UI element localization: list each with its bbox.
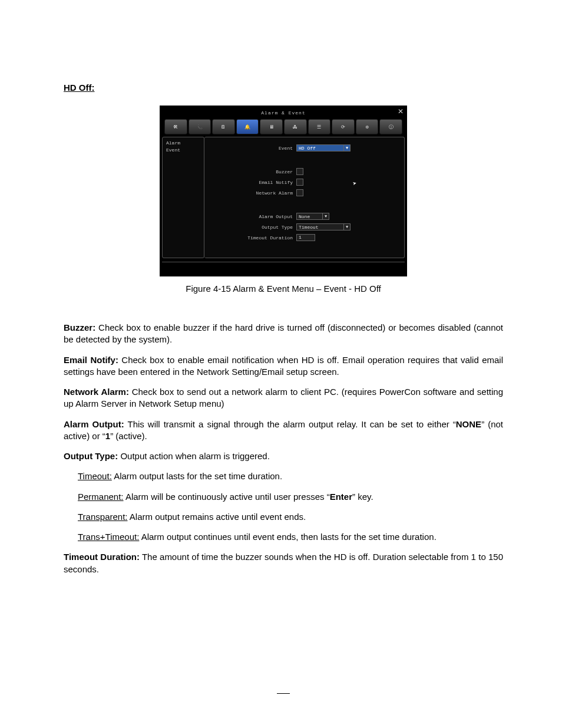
- label-network-alarm: Network Alarm:: [64, 387, 129, 397]
- toolbar-button-9[interactable]: ⚙: [356, 119, 379, 134]
- label-timeout: Timeout:: [78, 471, 112, 481]
- buzzer-checkbox[interactable]: [296, 168, 303, 175]
- monitor-icon: 🖥: [269, 124, 274, 130]
- para-alarm-output: Alarm Output: This will transmit a signa…: [64, 419, 503, 443]
- label-transparent: Transparent:: [78, 512, 128, 522]
- phone-icon: 📞: [197, 124, 203, 130]
- event-value: HD Off: [299, 146, 316, 151]
- email-notify-checkbox[interactable]: [296, 179, 303, 186]
- buzzer-label: Buzzer: [208, 169, 296, 174]
- text: Check box to send out a network alarm to…: [64, 387, 503, 409]
- refresh-icon: ⟳: [341, 124, 345, 130]
- text: Output action when alarm is triggered.: [118, 451, 270, 461]
- toolbar-button-3[interactable]: 🗓: [212, 119, 235, 134]
- chevron-down-icon: ▼: [322, 213, 329, 219]
- toolbar-button-6[interactable]: 🖧: [284, 119, 307, 134]
- label-timeout-duration: Timeout Duration:: [64, 552, 140, 562]
- network-icon: 🖧: [293, 124, 297, 130]
- sidebar-item-event[interactable]: Event: [166, 147, 200, 154]
- info-icon: ⓘ: [389, 124, 394, 130]
- bottom-bar: [162, 262, 405, 266]
- section-title: HD Off:: [64, 83, 503, 93]
- list-icon: ☰: [317, 124, 321, 130]
- output-type-label: Output Type: [208, 225, 296, 230]
- toolbar-button-8[interactable]: ⟳: [332, 119, 355, 134]
- toolbar-button-4[interactable]: 🔔: [236, 119, 259, 134]
- network-alarm-label: Network Alarm: [208, 190, 296, 196]
- toolbar-button-7[interactable]: ☰: [308, 119, 331, 134]
- chevron-down-icon: ▼: [343, 145, 350, 151]
- sidebar-item-alarm[interactable]: Alarm: [166, 140, 200, 147]
- label-output-type: Output Type:: [64, 451, 118, 461]
- text: Check box to enable buzzer if the hard d…: [64, 322, 503, 344]
- gear-icon: ⚙: [366, 124, 369, 130]
- para-timeout-duration: Timeout Duration: The amount of time the…: [64, 551, 503, 575]
- value-one: 1: [105, 431, 110, 441]
- label-permanent: Permanent:: [78, 492, 124, 502]
- main-panel: Event HD Off ▼ Buzzer Email Notify: [204, 137, 405, 258]
- text: ” (active).: [110, 431, 147, 441]
- toolbar-button-2[interactable]: 📞: [189, 119, 211, 134]
- calendar-icon: 🗓: [221, 124, 226, 130]
- toolbar-button-10[interactable]: ⓘ: [379, 119, 402, 134]
- text: ” key.: [352, 492, 373, 502]
- text: Alarm will be continuously active until …: [124, 492, 330, 502]
- para-trans-timeout: Trans+Timeout: Alarm output continues un…: [78, 531, 503, 543]
- label-trans-timeout: Trans+Timeout:: [78, 532, 139, 542]
- page-number-rule: [277, 693, 290, 694]
- alarm-output-select[interactable]: None ▼: [296, 213, 329, 220]
- label-buzzer: Buzzer:: [64, 322, 95, 332]
- timeout-duration-input[interactable]: 1: [296, 234, 315, 241]
- text: This will transmit a signal through the …: [124, 419, 456, 429]
- para-output-type: Output Type: Output action when alarm is…: [64, 450, 503, 462]
- text: Alarm output continues until event ends,…: [139, 532, 436, 542]
- toolbar: 🛠 📞 🗓 🔔 🖥 🖧 ☰ ⟳ ⚙ ⓘ: [162, 119, 405, 137]
- wrench-icon: 🛠: [173, 124, 178, 130]
- event-label: Event: [208, 146, 296, 151]
- text: Check box to enable email notification w…: [64, 355, 503, 377]
- toolbar-button-1[interactable]: 🛠: [164, 119, 187, 134]
- figure-caption: Figure 4-15 Alarm & Event Menu – Event -…: [64, 284, 503, 294]
- label-email-notify: Email Notify:: [64, 355, 118, 365]
- sidebar: Alarm Event: [162, 137, 204, 258]
- timeout-duration-label: Timeout Duration: [208, 235, 296, 241]
- alarm-output-label: Alarm Output: [208, 214, 296, 219]
- output-type-select[interactable]: Timeout ▼: [296, 223, 351, 230]
- label-alarm-output: Alarm Output:: [64, 419, 124, 429]
- para-transparent: Transparent: Alarm output remains active…: [78, 511, 503, 523]
- para-network: Network Alarm: Check box to send out a n…: [64, 386, 503, 410]
- bell-icon: 🔔: [244, 124, 250, 130]
- key-enter: Enter: [330, 492, 352, 502]
- window-title: Alarm & Event: [162, 108, 405, 119]
- value-none: NONE: [456, 419, 481, 429]
- para-email: Email Notify: Check box to enable email …: [64, 354, 503, 378]
- output-type-value: Timeout: [299, 225, 319, 230]
- email-notify-label: Email Notify: [208, 180, 296, 185]
- toolbar-button-5[interactable]: 🖥: [260, 119, 283, 134]
- para-permanent: Permanent: Alarm will be continuously ac…: [78, 491, 503, 503]
- text: Alarm output remains active until event …: [128, 512, 306, 522]
- network-alarm-checkbox[interactable]: [296, 189, 303, 196]
- para-timeout: Timeout: Alarm output lasts for the set …: [78, 470, 503, 482]
- event-select[interactable]: HD Off ▼: [296, 144, 351, 151]
- chevron-down-icon: ▼: [343, 224, 350, 230]
- text: Alarm output lasts for the set time dura…: [112, 471, 282, 481]
- alarm-output-value: None: [299, 214, 310, 219]
- para-buzzer: Buzzer: Check box to enable buzzer if th…: [64, 322, 503, 346]
- screenshot: ✕ Alarm & Event 🛠 📞 🗓 🔔 🖥 🖧 ☰ ⟳ ⚙ ⓘ Alar…: [160, 106, 407, 276]
- close-icon[interactable]: ✕: [398, 107, 404, 116]
